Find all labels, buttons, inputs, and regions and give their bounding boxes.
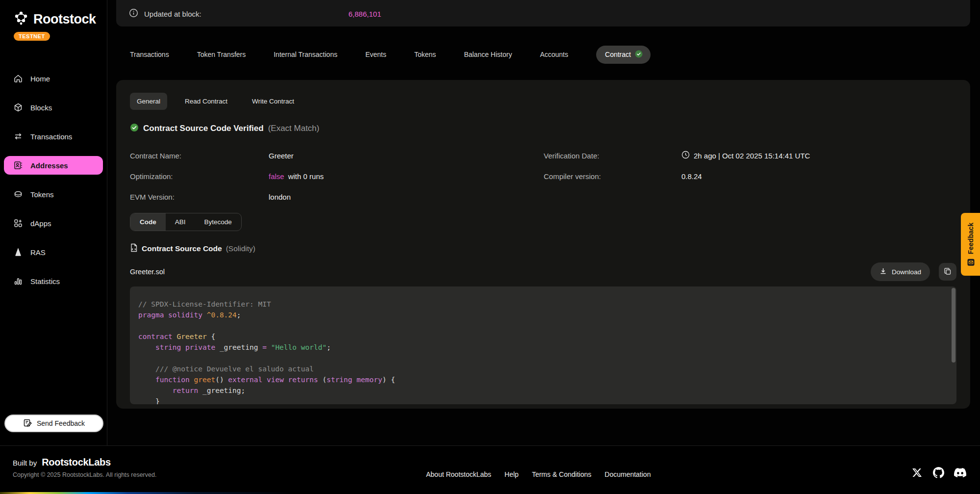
- verified-title: Contract Source Code Verified: [143, 124, 264, 133]
- dapps-icon: [13, 218, 24, 229]
- sidebar-item-label: dApps: [30, 219, 51, 228]
- discord-icon[interactable]: [954, 467, 966, 479]
- code-line: pragma solidity ^0.8.24;: [138, 310, 944, 320]
- subtab-write-contract[interactable]: Write Contract: [245, 93, 301, 110]
- sidebar-item-blocks[interactable]: Blocks: [4, 98, 103, 117]
- detail-label: Compiler version:: [544, 172, 681, 181]
- tab-accounts[interactable]: Accounts: [540, 51, 568, 58]
- code-line: contract Greeter {: [138, 331, 944, 342]
- detail-value: false with 0 runs: [269, 172, 544, 181]
- download-label: Download: [892, 268, 921, 276]
- tab-tokens[interactable]: Tokens: [414, 51, 436, 58]
- tab-balance-history[interactable]: Balance History: [464, 51, 512, 58]
- detail-row: Verification Date:2h ago | Oct 02 2025 1…: [544, 145, 956, 166]
- footer-brand-link[interactable]: RootstockLabs: [42, 457, 111, 468]
- statistics-icon: [13, 276, 24, 286]
- code-line: }: [138, 396, 944, 404]
- detail-label: Contract Name:: [130, 152, 269, 160]
- feedback-tab-button[interactable]: Feedback: [961, 213, 980, 276]
- copyright-text: Copyright © 2025 RootstockLabs. All righ…: [13, 471, 156, 478]
- source-code-viewer[interactable]: // SPDX-License-Identifier: MITpragma so…: [130, 286, 956, 404]
- tab-internal-transactions[interactable]: Internal Transactions: [274, 51, 337, 58]
- send-feedback-button[interactable]: Send Feedback: [4, 415, 103, 432]
- contract-subtabs: GeneralRead ContractWrite Contract: [130, 93, 956, 110]
- code-line: /// @notice Devuelve el saludo actual: [138, 364, 944, 374]
- verified-status: Contract Source Code Verified (Exact Mat…: [130, 123, 956, 134]
- download-button[interactable]: Download: [871, 262, 930, 281]
- footer-social: [911, 467, 966, 479]
- detail-label: Optimization:: [130, 172, 269, 181]
- copy-icon: [944, 267, 952, 277]
- detail-row: EVM Version:london: [130, 186, 544, 207]
- sidebar-item-label: Transactions: [30, 132, 72, 141]
- sidebar-item-home[interactable]: Home: [4, 69, 103, 88]
- github-icon[interactable]: [932, 467, 945, 479]
- tab-token-transfers[interactable]: Token Transfers: [197, 51, 246, 58]
- footer-link-help[interactable]: Help: [504, 470, 519, 478]
- footer-link-documentation[interactable]: Documentation: [604, 470, 651, 478]
- tab-events[interactable]: Events: [365, 51, 386, 58]
- sidebar-item-label: RAS: [30, 248, 46, 257]
- sidebar-item-statistics[interactable]: Statistics: [4, 272, 103, 290]
- contract-details: Contract Name:GreeterOptimization:false …: [130, 145, 956, 207]
- sidebar-item-label: Blocks: [30, 104, 52, 112]
- sidebar-item-tokens[interactable]: Tokens: [4, 185, 103, 204]
- sidebar-item-addresses[interactable]: Addresses: [4, 156, 103, 175]
- page: Rootstock TESTNET HomeBlocksTransactions…: [0, 0, 980, 494]
- detail-value: Greeter: [269, 152, 544, 160]
- code-line: [138, 353, 944, 364]
- tokens-icon: [13, 189, 24, 200]
- feedback-note-icon: [23, 418, 32, 429]
- sidebar-item-label: Home: [30, 75, 50, 83]
- bottom-gradient-strip: [0, 492, 980, 494]
- footer: Built by RootstockLabs Copyright © 2025 …: [0, 445, 980, 492]
- feedback-tab-label: Feedback: [967, 223, 975, 255]
- download-icon: [879, 267, 887, 276]
- source-code-title: Contract Source Code: [142, 244, 222, 253]
- transactions-icon: [13, 131, 24, 142]
- brand-logo[interactable]: Rootstock TESTNET: [0, 0, 107, 41]
- source-code-language: (Solidity): [226, 244, 255, 253]
- file-icon: [130, 243, 138, 254]
- rootstock-logo-icon: [13, 10, 29, 28]
- subtab-read-contract[interactable]: Read Contract: [178, 93, 234, 110]
- sidebar-item-transactions[interactable]: Transactions: [4, 127, 103, 146]
- detail-label: Verification Date:: [544, 152, 681, 160]
- toggle-bytecode[interactable]: Bytecode: [195, 213, 241, 231]
- updated-at-block-bar: Updated at block: 6,886,101: [116, 0, 970, 26]
- code-line: return _greeting;: [138, 385, 944, 396]
- block-number-link[interactable]: 6,886,101: [349, 10, 381, 18]
- sidebar-item-label: Tokens: [30, 190, 54, 199]
- sidebar-item-ras[interactable]: RAS: [4, 243, 103, 261]
- brand-name: Rootstock: [33, 12, 96, 27]
- footer-links: About RootstockLabsHelpTerms & Condition…: [426, 470, 651, 478]
- home-icon: [13, 73, 24, 84]
- footer-link-about-rootstocklabs[interactable]: About RootstockLabs: [426, 470, 491, 478]
- subtab-general[interactable]: General: [130, 93, 167, 110]
- toggle-abi[interactable]: ABI: [166, 213, 195, 231]
- x-icon[interactable]: [911, 467, 923, 479]
- testnet-badge: TESTNET: [14, 32, 50, 41]
- detail-value: london: [269, 193, 544, 201]
- toggle-code[interactable]: Code: [130, 213, 166, 231]
- code-line: [138, 320, 944, 331]
- tab-contract-label: Contract: [605, 51, 631, 58]
- copy-source-button[interactable]: [939, 263, 956, 281]
- detail-label: EVM Version:: [130, 193, 269, 201]
- code-scrollbar[interactable]: [952, 286, 955, 404]
- clock-icon: [681, 151, 690, 160]
- footer-link-terms-conditions[interactable]: Terms & Conditions: [532, 470, 591, 478]
- info-icon: [129, 8, 138, 20]
- built-by-label: Built by: [13, 459, 37, 467]
- updated-at-block-label: Updated at block:: [144, 10, 201, 18]
- addresses-icon: [13, 160, 24, 171]
- ras-icon: [13, 247, 24, 258]
- sidebar-item-label: Addresses: [30, 161, 68, 170]
- tab-contract[interactable]: Contract: [596, 46, 651, 64]
- tab-transactions[interactable]: Transactions: [130, 51, 169, 58]
- detail-value: 2h ago | Oct 02 2025 15:14:41 UTC: [681, 151, 956, 160]
- sidebar-item-dapps[interactable]: dApps: [4, 214, 103, 233]
- code-scrollbar-thumb[interactable]: [952, 288, 955, 363]
- contract-panel: GeneralRead ContractWrite Contract Contr…: [116, 80, 970, 409]
- verified-subtitle: (Exact Match): [268, 124, 320, 133]
